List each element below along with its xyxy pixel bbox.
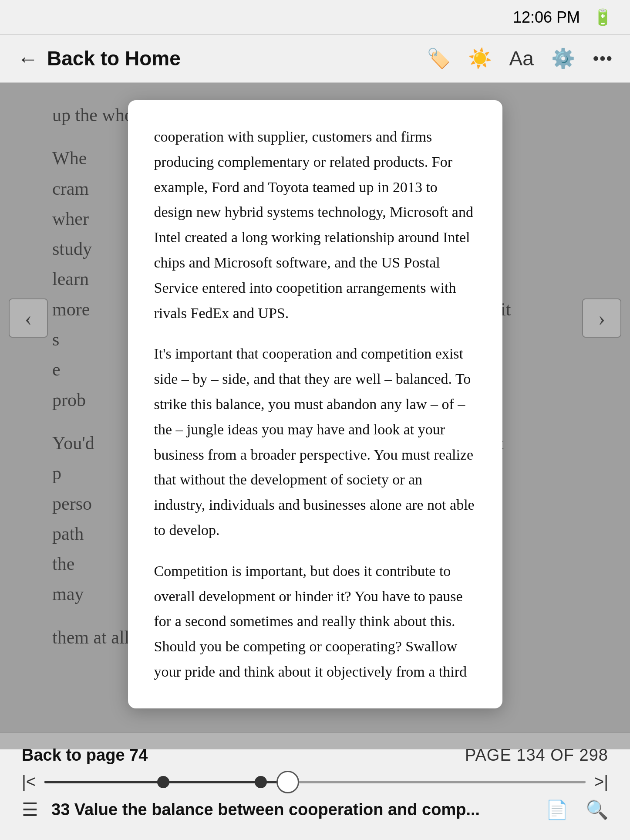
- status-bar: 12:06 PM 🔋: [0, 0, 630, 35]
- progress-thumb-1[interactable]: [157, 776, 169, 788]
- chapter-title: 33 Value the balance between cooperation…: [51, 800, 480, 819]
- progress-thumb-2[interactable]: [255, 776, 267, 788]
- toolbar-left: ☰ 33 Value the balance between cooperati…: [22, 799, 480, 820]
- reader-area: up the whole night before. Whe cram: [0, 83, 630, 749]
- brightness-icon[interactable]: ☀️: [468, 47, 492, 70]
- progress-thumb-main[interactable]: [276, 771, 299, 793]
- bottom-toolbar: ☰ 33 Value the balance between cooperati…: [0, 799, 630, 829]
- popup-paragraph-3: Competition is important, but does it co…: [154, 559, 476, 684]
- popup-paragraph-1: cooperation with supplier, customers and…: [154, 124, 476, 325]
- go-to-end-button[interactable]: >|: [594, 772, 608, 791]
- nav-bar: ← Back to Home 🏷️ ☀️ Aa ⚙️ •••: [0, 35, 630, 83]
- progress-bar-area: |< >|: [0, 765, 630, 799]
- nav-left: ← Back to Home: [17, 47, 181, 71]
- settings-icon[interactable]: ⚙️: [551, 47, 575, 70]
- back-to-home-button[interactable]: Back to Home: [47, 47, 181, 70]
- popup-overlay: cooperation with supplier, customers and…: [0, 83, 630, 749]
- popup-paragraph-2: It's important that cooperation and comp…: [154, 341, 476, 542]
- toolbar-right: 📄 🔍: [546, 799, 608, 820]
- progress-track[interactable]: [44, 781, 586, 783]
- bookmark-icon[interactable]: 🏷️: [427, 47, 451, 70]
- popup-card: cooperation with supplier, customers and…: [128, 100, 502, 708]
- search-icon[interactable]: 🔍: [586, 799, 608, 820]
- go-to-start-button[interactable]: |<: [22, 772, 36, 791]
- toc-icon[interactable]: ☰: [22, 799, 38, 820]
- more-options-icon[interactable]: •••: [593, 47, 613, 70]
- font-size-icon[interactable]: Aa: [509, 47, 534, 70]
- status-time: 12:06 PM: [513, 8, 580, 27]
- back-arrow-icon[interactable]: ←: [17, 47, 38, 71]
- notes-icon[interactable]: 📄: [546, 799, 568, 820]
- nav-right: 🏷️ ☀️ Aa ⚙️ •••: [427, 47, 613, 70]
- battery-icon: 🔋: [593, 8, 613, 27]
